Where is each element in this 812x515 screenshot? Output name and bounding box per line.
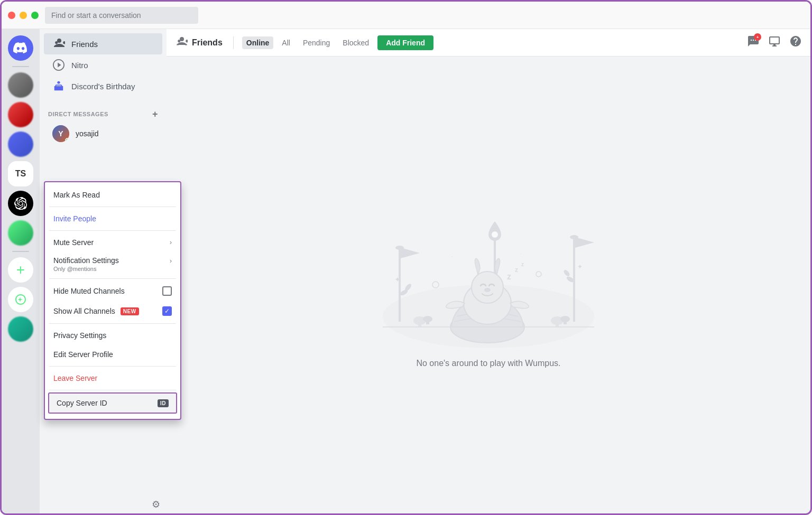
server-divider-2 — [12, 251, 29, 252]
server-divider-1 — [12, 66, 29, 67]
context-menu: Mark As Read Invite People Mute Server ›… — [44, 181, 181, 420]
svg-rect-12 — [426, 319, 429, 324]
divider-5 — [49, 366, 176, 367]
context-leave-server[interactable]: Leave Server — [45, 369, 180, 388]
header-title: Friends — [192, 38, 223, 48]
mute-arrow-icon: › — [170, 239, 172, 246]
divider-4 — [49, 323, 176, 324]
server-icon-3[interactable] — [8, 132, 33, 157]
server-icon-openai[interactable] — [8, 191, 33, 216]
new-group-dm-button[interactable]: + — [747, 35, 760, 50]
svg-text:✦: ✦ — [394, 275, 401, 284]
header-divider — [233, 36, 234, 49]
context-hide-muted[interactable]: Hide Muted Channels — [45, 281, 180, 301]
tab-all[interactable]: All — [278, 36, 294, 49]
right-panel: Friends Online All Pending Blocked Add F… — [167, 29, 810, 515]
window-frame: Find or start a conversation TS — [0, 0, 812, 515]
header-actions: + — [747, 35, 802, 50]
search-bar[interactable]: Find or start a conversation — [45, 7, 198, 24]
hide-muted-checkbox-area: Hide Muted Channels — [53, 286, 172, 296]
header-bar: Friends Online All Pending Blocked Add F… — [167, 29, 810, 57]
birthday-icon — [52, 80, 65, 92]
nav-item-nitro-label: Nitro — [71, 61, 88, 70]
nav-item-friends[interactable]: Friends — [44, 33, 162, 54]
nav-item-birthday-label: Discord's Birthday — [71, 82, 135, 91]
svg-text:z: z — [507, 272, 511, 281]
svg-text:·: · — [451, 254, 453, 259]
nav-item-nitro[interactable]: Nitro — [44, 54, 162, 76]
notification-sub: Notification Settings Only @mentions — [53, 256, 119, 272]
nav-item-friends-label: Friends — [71, 40, 98, 49]
context-copy-server-id[interactable]: Copy Server ID ID — [48, 392, 177, 414]
tab-blocked[interactable]: Blocked — [338, 36, 373, 49]
context-invite-people[interactable]: Invite People — [45, 209, 180, 228]
add-friend-button[interactable]: Add Friend — [377, 35, 433, 50]
svg-marker-8 — [575, 237, 594, 248]
minimize-button[interactable] — [20, 12, 27, 19]
notification-arrow-icon: › — [170, 257, 172, 265]
dm-add-button[interactable]: + — [152, 109, 158, 119]
tab-pending[interactable]: Pending — [299, 36, 334, 49]
divider-1 — [49, 207, 176, 207]
dm-username-yosajid: yosajid — [76, 129, 99, 138]
svg-text:z: z — [521, 261, 524, 267]
server-icon-add[interactable]: + — [8, 257, 33, 283]
nav-item-birthday[interactable]: Discord's Birthday — [44, 76, 162, 97]
svg-point-19 — [472, 271, 503, 303]
help-button[interactable] — [789, 35, 802, 50]
svg-rect-16 — [564, 319, 567, 324]
dm-avatar-yosajid: Y — [52, 125, 69, 142]
context-mark-as-read[interactable]: Mark As Read — [45, 185, 180, 204]
context-mute-server[interactable]: Mute Server › — [45, 233, 180, 252]
server-sidebar: TS + — [2, 29, 40, 515]
context-notification-settings[interactable]: Notification Settings Only @mentions › — [45, 252, 180, 276]
new-badge: NEW — [121, 307, 139, 315]
search-placeholder: Find or start a conversation — [51, 11, 141, 20]
svg-text:·: · — [520, 251, 522, 257]
server-icon-2[interactable] — [8, 102, 33, 127]
svg-point-24 — [432, 282, 439, 288]
server-icon-ts[interactable]: TS — [8, 161, 33, 186]
dm-user-yosajid[interactable]: Y yosajid — [44, 121, 162, 146]
svg-point-20 — [484, 288, 491, 292]
server-icon-1[interactable] — [8, 72, 33, 98]
show-all-checkbox[interactable]: ✓ — [162, 306, 172, 316]
svg-rect-10 — [418, 321, 421, 327]
server-icon-green[interactable] — [8, 220, 33, 246]
server-icon-home[interactable] — [8, 35, 33, 61]
title-bar: Find or start a conversation — [2, 2, 810, 29]
header-friends-icon — [175, 36, 188, 49]
tab-online[interactable]: Online — [242, 36, 274, 49]
svg-point-6 — [492, 231, 498, 238]
status-dot-yosajid — [65, 138, 69, 142]
context-show-all-channels[interactable]: Show All Channels NEW ✓ — [45, 301, 180, 321]
server-icon-discovery[interactable] — [8, 287, 33, 312]
settings-gear-area: ⚙ — [152, 499, 160, 510]
svg-point-25 — [536, 271, 541, 277]
traffic-lights — [8, 12, 39, 19]
friends-content: z z z ✦ ✦ · · — [167, 57, 810, 515]
dm-nav-items: Friends Nitro — [40, 29, 167, 101]
server-icon-teal[interactable] — [8, 316, 33, 342]
divider-3 — [49, 278, 176, 279]
dm-section-label: Direct Messages — [48, 111, 108, 117]
svg-text:✦: ✦ — [577, 263, 583, 270]
divider-6 — [49, 390, 176, 390]
message-badge: + — [754, 33, 761, 41]
svg-text:z: z — [515, 266, 518, 274]
show-all-checkbox-area: Show All Channels NEW ✓ — [53, 306, 172, 316]
hide-muted-checkbox[interactable] — [162, 286, 172, 296]
context-privacy-settings[interactable]: Privacy Settings — [45, 326, 180, 345]
svg-rect-1 — [399, 248, 401, 322]
wumpus-illustration: z z z ✦ ✦ · · — [351, 205, 626, 359]
settings-gear-button[interactable]: ⚙ — [152, 499, 160, 510]
context-edit-server-profile[interactable]: Edit Server Profile — [45, 345, 180, 364]
close-button[interactable] — [8, 12, 15, 19]
svg-marker-7 — [401, 248, 420, 258]
show-all-row: Show All Channels NEW — [53, 307, 139, 315]
wumpus-text: No one's around to play with Wumpus. — [416, 359, 560, 368]
screen-button[interactable] — [768, 35, 781, 50]
svg-point-33 — [562, 269, 570, 277]
divider-2 — [49, 230, 176, 231]
maximize-button[interactable] — [31, 12, 39, 19]
